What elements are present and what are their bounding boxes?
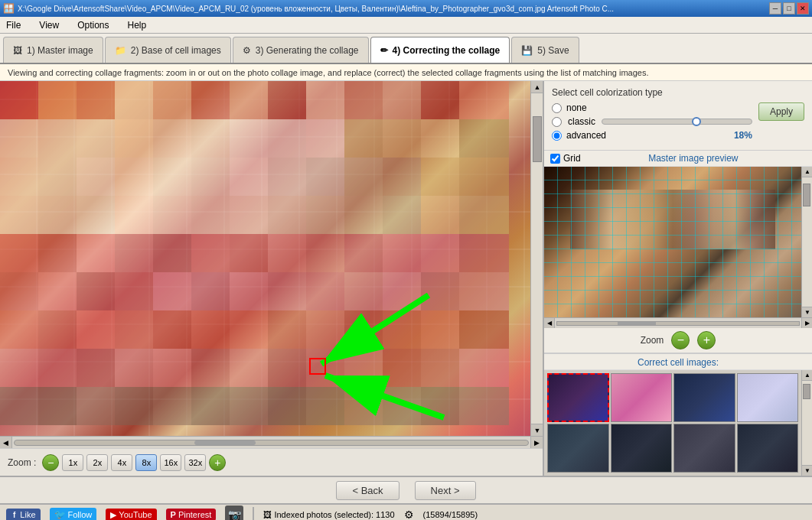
tab-correcting[interactable]: ✏ 4) Correcting the collage xyxy=(370,37,510,63)
collage-area: ▲ ▼ ◀ ▶ Zoom : − 1x 2x 4x 8x 16x 32x xyxy=(0,81,544,476)
preview-hscrollbar[interactable]: ◀ ▶ xyxy=(544,317,812,328)
tab-master[interactable]: 🖼 1) Master image xyxy=(3,37,103,63)
colorization-advanced-radio[interactable] xyxy=(552,131,562,141)
svg-rect-64 xyxy=(459,234,509,272)
svg-rect-81 xyxy=(115,310,153,349)
preview-vscrollbar[interactable]: ▲ ▼ xyxy=(801,167,812,317)
svg-rect-53 xyxy=(38,234,77,272)
svg-rect-97 xyxy=(230,349,268,387)
preview-vscroll-down[interactable]: ▼ xyxy=(802,307,812,317)
svg-rect-5 xyxy=(191,81,230,119)
next-button[interactable]: Next > xyxy=(415,481,476,500)
collage-vscrollbar[interactable]: ▲ ▼ xyxy=(530,81,543,436)
preview-image[interactable] xyxy=(544,167,801,317)
cell-images-vscrollbar[interactable]: ▲ ▼ xyxy=(801,370,812,476)
zoom-increase-button[interactable]: + xyxy=(209,454,226,471)
cell-image-8[interactable] xyxy=(737,424,799,473)
svg-rect-16 xyxy=(115,119,153,158)
grid-checkbox[interactable] xyxy=(550,154,560,164)
zoom-2x-button[interactable]: 2x xyxy=(86,454,108,471)
grid-label: Grid xyxy=(563,153,581,164)
menu-view[interactable]: View xyxy=(36,18,62,32)
facebook-label: Like xyxy=(20,510,35,519)
cell-image-3[interactable] xyxy=(673,373,735,422)
collage-hscrollbar[interactable]: ◀ ▶ xyxy=(0,436,543,448)
tab-save[interactable]: 💾 5) Save xyxy=(511,37,579,63)
camera-icon-button[interactable]: 📷 xyxy=(225,505,243,520)
svg-rect-21 xyxy=(306,119,344,158)
minimize-button[interactable]: ─ xyxy=(769,2,781,15)
cell-image-6[interactable] xyxy=(611,424,673,473)
svg-rect-35 xyxy=(344,158,383,196)
preview-vscroll-thumb[interactable] xyxy=(803,184,810,206)
zoom-decrease-button[interactable]: − xyxy=(42,454,59,471)
apply-button[interactable]: Apply xyxy=(758,102,804,121)
zoom-4x-button[interactable]: 4x xyxy=(111,454,132,471)
zoom-32x-button[interactable]: 32x xyxy=(184,454,206,471)
colorization-classic-radio[interactable] xyxy=(552,117,562,127)
svg-rect-26 xyxy=(0,158,38,196)
vscroll-down-arrow[interactable]: ▼ xyxy=(531,424,543,436)
hscroll-left-arrow[interactable]: ◀ xyxy=(0,437,12,449)
cell-vscroll-down[interactable]: ▼ xyxy=(802,465,812,476)
pinterest-button[interactable]: P Pinterest xyxy=(166,509,217,520)
vscroll-thumb[interactable] xyxy=(533,116,542,162)
classic-slider-thumb[interactable] xyxy=(692,117,701,126)
preview-vscroll-up[interactable]: ▲ xyxy=(802,167,812,177)
close-button[interactable]: ✕ xyxy=(797,2,809,15)
preview-hscroll-right[interactable]: ▶ xyxy=(801,318,812,329)
cell-image-2[interactable] xyxy=(611,373,673,422)
preview-hscroll-thumb[interactable] xyxy=(618,322,656,325)
back-button[interactable]: < Back xyxy=(336,481,399,500)
cell-image-4[interactable] xyxy=(737,373,799,422)
collage-canvas[interactable] xyxy=(0,81,530,436)
cell-image-7[interactable] xyxy=(673,424,735,473)
tab-generating[interactable]: ⚙ 3) Generating the collage xyxy=(233,37,369,63)
menu-file[interactable]: File xyxy=(3,18,24,32)
svg-rect-70 xyxy=(191,272,230,310)
classic-slider-track[interactable] xyxy=(602,119,752,125)
svg-rect-78 xyxy=(0,310,38,349)
hscroll-right-arrow[interactable]: ▶ xyxy=(530,437,543,449)
tab-master-icon: 🖼 xyxy=(13,45,22,56)
svg-rect-68 xyxy=(115,272,153,310)
preview-grid-overlay xyxy=(544,167,801,317)
cell-vscroll-up[interactable]: ▲ xyxy=(802,370,812,381)
preview-zoom-row: Zoom − + xyxy=(544,328,812,353)
youtube-button[interactable]: ▶ YouTube xyxy=(106,509,156,521)
preview-hscroll-left[interactable]: ◀ xyxy=(544,318,555,329)
zoom-8x-button[interactable]: 8x xyxy=(135,454,157,471)
cell-vscroll-thumb[interactable] xyxy=(803,384,810,399)
vscroll-up-arrow[interactable]: ▲ xyxy=(531,81,543,93)
facebook-like-button[interactable]: f Like xyxy=(6,509,41,521)
svg-rect-86 xyxy=(306,310,344,349)
zoom-1x-button[interactable]: 1x xyxy=(62,454,83,471)
cell-image-5[interactable] xyxy=(547,424,609,473)
hscroll-thumb[interactable] xyxy=(194,440,256,445)
svg-rect-107 xyxy=(115,387,153,425)
menu-options[interactable]: Options xyxy=(74,18,112,32)
svg-rect-99 xyxy=(306,349,344,387)
svg-rect-84 xyxy=(230,310,268,349)
colorization-advanced-label: advanced xyxy=(566,130,606,141)
menu-help[interactable]: Help xyxy=(125,18,150,32)
svg-rect-20 xyxy=(268,119,306,158)
svg-rect-47 xyxy=(306,196,344,234)
colorization-classic-row: classic xyxy=(552,116,752,127)
maximize-button[interactable]: □ xyxy=(783,2,795,15)
svg-rect-87 xyxy=(344,310,383,349)
tab-base[interactable]: 📁 2) Base of cell images xyxy=(105,37,231,63)
hscroll-track xyxy=(14,440,529,446)
twitter-follow-button[interactable]: 🐦 Follow xyxy=(50,508,97,520)
svg-rect-89 xyxy=(421,310,459,349)
preview-zoom-increase[interactable]: + xyxy=(697,331,716,349)
svg-rect-61 xyxy=(344,234,383,272)
colorization-none-radio[interactable] xyxy=(552,103,562,113)
zoom-16x-button[interactable]: 16x xyxy=(160,454,181,471)
cell-image-1[interactable] xyxy=(547,373,609,422)
svg-rect-105 xyxy=(38,387,77,425)
svg-rect-83 xyxy=(191,310,230,349)
preview-zoom-decrease[interactable]: − xyxy=(671,331,690,349)
preview-hscroll-track xyxy=(556,321,800,326)
svg-rect-111 xyxy=(268,387,306,425)
